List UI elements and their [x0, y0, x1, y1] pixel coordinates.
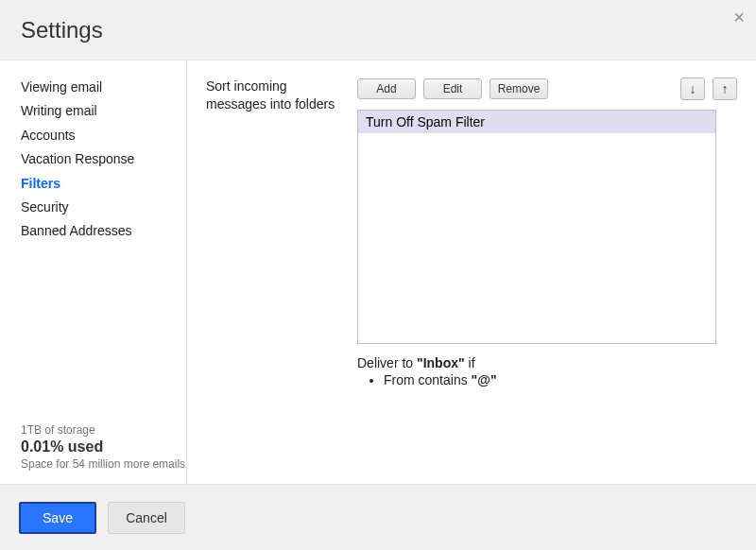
remove-button[interactable]: Remove: [490, 78, 548, 99]
section-label: Sort incoming messages into folders: [206, 77, 357, 484]
main-panel: Sort incoming messages into folders Add …: [187, 60, 756, 484]
sidebar-item-accounts[interactable]: Accounts: [21, 124, 186, 147]
close-icon[interactable]: ×: [733, 8, 745, 26]
sidebar: Viewing emailWriting emailAccountsVacati…: [0, 60, 187, 484]
dialog-header: Settings ×: [0, 0, 756, 60]
arrow-up-icon: ↑: [722, 81, 729, 96]
sidebar-item-vacation-response[interactable]: Vacation Response: [21, 147, 186, 171]
arrow-down-icon: ↓: [690, 81, 696, 96]
edit-button[interactable]: Edit: [423, 78, 482, 99]
filter-list-item[interactable]: Turn Off Spam Filter: [358, 111, 715, 133]
filters-section: Add Edit Remove ↓ ↑ Turn Off Spam Filter…: [357, 77, 737, 484]
rule-folder: "Inbox": [417, 355, 465, 370]
storage-info: 1TB of storage 0.01% used Space for 54 m…: [21, 423, 186, 484]
rule-suffix: if: [465, 355, 475, 370]
storage-note: Space for 54 million more emails: [21, 457, 186, 471]
rule-conditions: From contains "@": [357, 372, 737, 387]
filters-listbox[interactable]: Turn Off Spam Filter: [357, 110, 716, 344]
storage-used: 0.01% used: [21, 438, 186, 455]
sidebar-item-security[interactable]: Security: [21, 196, 186, 219]
sidebar-item-banned-addresses[interactable]: Banned Addresses: [21, 219, 186, 243]
sidebar-item-writing-email[interactable]: Writing email: [21, 99, 186, 123]
storage-total: 1TB of storage: [21, 423, 186, 437]
cancel-button[interactable]: Cancel: [108, 502, 185, 534]
move-up-button[interactable]: ↑: [713, 77, 737, 100]
sidebar-item-viewing-email[interactable]: Viewing email: [21, 76, 186, 99]
rule-prefix: Deliver to: [357, 355, 417, 370]
dialog-body: Viewing emailWriting emailAccountsVacati…: [0, 60, 756, 484]
dialog-footer: Save Cancel: [0, 484, 756, 550]
sidebar-nav: Viewing emailWriting emailAccountsVacati…: [21, 76, 186, 244]
filter-rule-summary: Deliver to "Inbox" if From contains "@": [357, 355, 737, 387]
move-down-button[interactable]: ↓: [680, 77, 705, 100]
filters-toolbar: Add Edit Remove ↓ ↑: [357, 77, 737, 100]
save-button[interactable]: Save: [19, 502, 96, 534]
page-title: Settings: [21, 17, 103, 43]
sidebar-item-filters[interactable]: Filters: [21, 172, 186, 196]
add-button[interactable]: Add: [357, 78, 416, 99]
rule-condition: From contains "@": [384, 372, 737, 387]
